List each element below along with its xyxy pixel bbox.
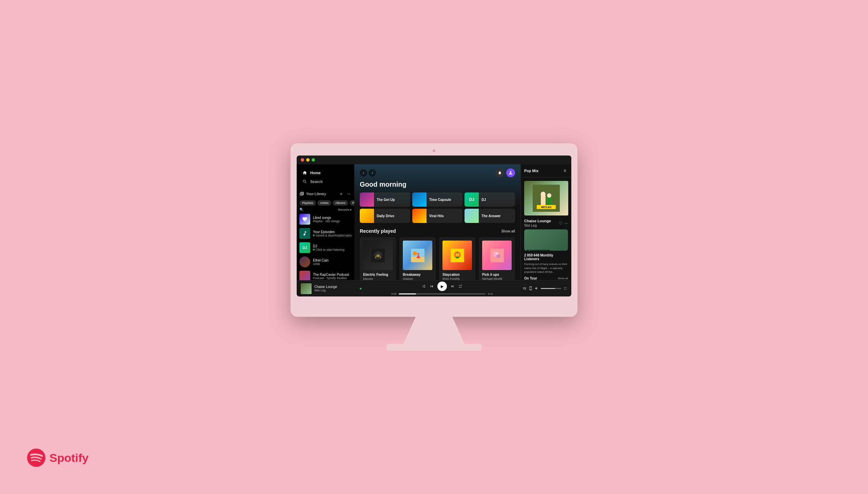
volume-fill [541, 288, 555, 289]
episodes-info: Your Episodes Saved & downloaded episode… [313, 230, 352, 237]
svg-point-6 [413, 251, 417, 255]
timecapsule-thumb [412, 192, 427, 207]
panel-actions: ♡ ··· [559, 221, 568, 226]
timecapsule-name: Time Capsule [429, 198, 451, 202]
artist-description: Forming out of hazy scenes on their nati… [521, 262, 571, 274]
player-heart-button[interactable]: ♥ [359, 286, 362, 291]
rapcaviar-sub: Podcast · Spotify Studios [313, 277, 352, 280]
filter-podcasts[interactable]: Podcasts [350, 200, 354, 206]
total-time: 3:41 [487, 292, 493, 296]
quick-play-daily[interactable]: Daily Drive [360, 209, 410, 223]
spotify-icon [27, 449, 45, 467]
liked-songs-sub: Playlist · 185 Songs [313, 220, 352, 223]
back-button[interactable]: ‹ [360, 169, 367, 176]
library-actions: + → [338, 191, 352, 197]
library-item-liked-songs[interactable]: Liked songs Playlist · 185 Songs [297, 212, 354, 226]
user-avatar[interactable] [506, 168, 515, 177]
panel-song-artist: Wet Leg [524, 224, 551, 227]
panel-more-button[interactable]: ··· [565, 221, 568, 226]
quick-play-getup[interactable]: The Get Up [360, 192, 410, 207]
nav-arrows: ‹ › [360, 169, 376, 176]
svg-rect-25 [547, 197, 552, 206]
on-tour-label: On Tour [524, 277, 537, 280]
on-tour-section: On Tour Show all [521, 277, 571, 280]
panel-heart-button[interactable]: ♡ [559, 221, 562, 226]
sidebar-item-home[interactable]: Home [299, 168, 352, 177]
devices-button[interactable] [529, 286, 533, 291]
ethel-cain-sub: Artist [313, 262, 352, 266]
player-artist-name: Wet Leg [314, 289, 357, 292]
recently-played-header: Recently played Show all [360, 228, 515, 234]
recents-button[interactable]: Recents ▾ [338, 208, 352, 211]
filter-pills: Playlists Artists Albums Podcasts [297, 199, 354, 207]
getup-name: The Get Up [377, 198, 395, 202]
card-electric-feeling[interactable]: Electric Feeling Decore [360, 237, 396, 284]
quick-play-viral[interactable]: Viral Hits [412, 209, 463, 223]
svg-text:WETLEG: WETLEG [541, 206, 552, 209]
add-library-button[interactable]: + [338, 191, 344, 197]
volume-icon [535, 286, 539, 291]
panel-header: Pop Mix ✕ [521, 164, 571, 177]
on-tour-show-all[interactable]: Show all [558, 277, 568, 280]
next-button[interactable] [450, 284, 455, 289]
library-item-dj[interactable]: DJ DJ Click to start listening [297, 241, 354, 255]
player-extras [522, 286, 567, 291]
dj-info: DJ Click to start listening [313, 244, 352, 251]
dj-quick-thumb: DJ [464, 192, 479, 207]
viral-name: Viral Hits [429, 214, 444, 218]
rapcaviar-thumb [299, 271, 310, 280]
spotify-logo-text: Spotify [50, 451, 89, 464]
library-item-rapcaviar[interactable]: The RapCaviar Podcast Podcast · Spotify … [297, 269, 354, 280]
minimize-button[interactable] [306, 158, 310, 162]
sidebar: Home Search Your Library [297, 164, 354, 280]
quick-play-timecapsule[interactable]: Time Capsule [412, 192, 463, 207]
expand-library-button[interactable]: → [346, 191, 352, 197]
svg-point-15 [496, 252, 498, 255]
card-staycation[interactable]: Staycation Elvis Freshly [439, 237, 475, 284]
pickitup-name: Pick it ups [482, 273, 512, 277]
card-breakaway[interactable]: Breakaway Glassio [400, 237, 436, 284]
library-search: 🔍 Recents ▾ [297, 207, 354, 212]
forward-button[interactable]: › [369, 169, 376, 176]
shuffle-button[interactable] [422, 284, 426, 288]
notifications-button[interactable] [495, 168, 504, 177]
repeat-button[interactable] [458, 284, 462, 288]
camera-dot [433, 149, 435, 152]
maximize-button[interactable] [312, 158, 315, 162]
play-pause-button[interactable]: ▶ [437, 282, 447, 291]
recently-played-cards: Electric Feeling Decore [360, 237, 515, 284]
filter-playlists[interactable]: Playlists [299, 200, 316, 206]
green-dot-dj [313, 249, 315, 250]
filter-artists[interactable]: Artists [317, 200, 331, 206]
close-button[interactable] [301, 158, 304, 162]
quick-plays-grid: The Get Up Time Capsule DJ DJ Daily [360, 192, 515, 223]
previous-button[interactable] [429, 284, 434, 289]
player-buttons: ▶ [422, 282, 462, 291]
filter-albums[interactable]: Albums [333, 200, 348, 206]
recently-played-show-all[interactable]: Show all [501, 229, 515, 233]
dj-quick-name: DJ [481, 198, 486, 202]
sidebar-item-search[interactable]: Search [299, 177, 352, 186]
electric-thumb [363, 241, 393, 270]
progress-track[interactable] [399, 293, 486, 294]
panel-close-button[interactable]: ✕ [562, 168, 568, 174]
quick-play-answer[interactable]: The Answer [464, 209, 515, 223]
ethel-cain-info: Ethel Cain Artist [313, 259, 352, 266]
quick-play-dj[interactable]: DJ DJ [464, 192, 515, 207]
player-info: Chaise Lounge Wet Leg [314, 285, 357, 292]
episodes-thumb [299, 228, 310, 239]
card-pickitup[interactable]: Pick it ups Michael Minelli [479, 237, 515, 284]
header-icons [495, 168, 515, 177]
answer-name: The Answer [481, 214, 500, 218]
svg-point-26 [547, 193, 551, 198]
queue-button[interactable] [522, 286, 527, 291]
right-panel: Pop Mix ✕ [520, 164, 571, 280]
library-item-episodes[interactable]: Your Episodes Saved & downloaded episode… [297, 226, 354, 241]
breakaway-thumb [403, 241, 432, 270]
volume-slider[interactable] [541, 288, 561, 289]
svg-point-7 [417, 253, 419, 255]
fullscreen-button[interactable] [563, 286, 567, 291]
library-item-ethel-cain[interactable]: Ethel Cain Artist [297, 255, 354, 269]
player-thumb [301, 283, 312, 294]
progress-fill [399, 293, 416, 294]
